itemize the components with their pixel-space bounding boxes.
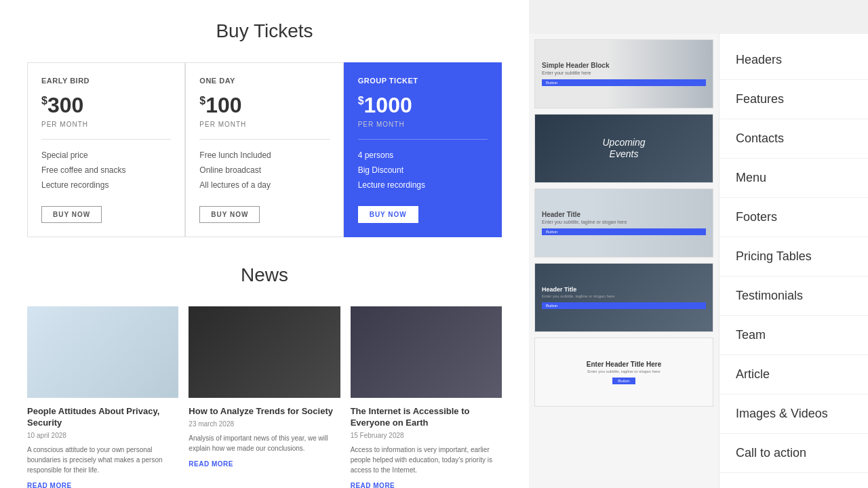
nav-item-team[interactable]: Team [719, 316, 868, 355]
thumb-dark-title: Header Title [542, 286, 706, 293]
news-date-3: 15 February 2028 [351, 432, 502, 439]
pricing-price-1: $300 [41, 93, 171, 118]
news-date-1: 10 april 2028 [27, 432, 178, 439]
pricing-price-3: $1000 [358, 93, 488, 118]
nav-panel: Headers Features Contacts Menu Footers P… [719, 34, 868, 488]
news-excerpt-2: Analysis of important news of this year,… [189, 433, 340, 453]
thumbnail-preview-3: Header Title Enter you subtitle, tagline… [535, 189, 713, 257]
pricing-card-early-bird: EARLY BIRD $300 PER MONTH Special price … [27, 62, 185, 237]
nav-item-menu[interactable]: Menu [719, 159, 868, 198]
thumb-title-1: Simple Header Block [542, 62, 706, 69]
nav-item-features[interactable]: Features [719, 80, 868, 119]
nav-item-article[interactable]: Article [719, 355, 868, 394]
news-date-2: 23 march 2028 [189, 420, 340, 428]
pricing-label-1: EARLY BIRD [41, 77, 171, 85]
thumbnail-header-title[interactable]: Header Title Enter you subtitle, tagline… [534, 188, 713, 258]
thumb-dark-btn: Button [542, 302, 706, 309]
pricing-period-2: PER MONTH [199, 121, 329, 128]
news-image-1 [27, 306, 178, 398]
pricing-features-1: Special price Free coffee and snacks Lec… [41, 148, 171, 192]
buy-btn-1[interactable]: BUY NOW [41, 206, 102, 223]
pricing-card-group: GROUP TICKET $1000 PER MONTH 4 persons B… [344, 62, 502, 237]
thumb-simple-header-bg: Simple Header Block Enter your subtitle … [535, 40, 713, 108]
thumb-title-3: Header Title [542, 211, 706, 218]
pricing-label-3: GROUP TICKET [358, 77, 488, 85]
news-excerpt-3: Access to information is very important,… [351, 445, 502, 475]
news-title-3: The Internet is Accessible to Everyone o… [351, 406, 502, 429]
thumbnail-light-header[interactable]: Enter Header Title Here Enter you subtit… [534, 338, 713, 407]
thumbnail-dark-header[interactable]: Header Title Enter you subtitle, tagline… [534, 263, 713, 332]
news-section: News People Attitudes About Privacy, Sec… [27, 264, 502, 398]
thumbnail-preview-4: Header Title Enter you subtitle, tagline… [535, 264, 713, 331]
pricing-period-1: PER MONTH [41, 121, 171, 128]
news-grid: People Attitudes About Privacy, Security… [27, 306, 502, 398]
news-card-2: How to Analyze Trends for Society 23 mar… [189, 306, 340, 398]
thumb-light-header-bg: Enter Header Title Here Enter you subtit… [535, 338, 713, 406]
thumb-btn-1: Button [542, 79, 706, 86]
pricing-period-3: PER MONTH [358, 121, 488, 128]
thumb-light-sub: Enter you subtitle, tagline or slogan he… [587, 369, 660, 373]
nav-item-contacts[interactable]: Contacts [719, 119, 868, 159]
nav-item-footers[interactable]: Footers [719, 198, 868, 237]
buy-btn-2[interactable]: BUY NOW [199, 206, 260, 223]
thumbnails-panel[interactable]: Simple Header Block Enter your subtitle … [529, 34, 719, 488]
thumbnail-preview-1: Simple Header Block Enter your subtitle … [535, 40, 713, 108]
thumb-dark-sub: Enter you subtitle, tagline or slogan he… [542, 294, 706, 298]
pricing-price-2: $100 [199, 93, 329, 118]
buy-btn-3[interactable]: BUY NOW [358, 206, 418, 223]
thumbnail-preview-5: Enter Header Title Here Enter you subtit… [535, 338, 713, 406]
read-more-2[interactable]: READ MORE [189, 460, 340, 468]
nav-item-headers[interactable]: Headers [719, 41, 868, 80]
news-excerpt-1: A conscious attitude to your own persona… [27, 445, 178, 475]
thumb-light-btn: Button [612, 378, 635, 384]
pricing-container: EARLY BIRD $300 PER MONTH Special price … [27, 62, 502, 237]
read-more-1[interactable]: READ MORE [27, 482, 178, 488]
nav-item-images-videos[interactable]: Images & Videos [719, 394, 868, 434]
thumb-upcoming-title: UpcomingEvents [602, 137, 645, 160]
pricing-label-2: ONE DAY [199, 77, 329, 85]
thumb-subtitle-1: Enter your subtitle here [542, 70, 706, 75]
thumbnail-upcoming-events[interactable]: UpcomingEvents [534, 114, 713, 183]
news-title-2: How to Analyze Trends for Society [189, 406, 340, 418]
news-title: News [27, 264, 502, 286]
main-content: Buy Tickets EARLY BIRD $300 PER MONTH Sp… [0, 0, 529, 488]
nav-item-pricing-tables[interactable]: Pricing Tables [719, 237, 868, 277]
thumb-header-bg: Header Title Enter you subtitle, tagline… [535, 189, 713, 257]
buy-tickets-title: Buy Tickets [27, 20, 502, 42]
pricing-features-2: Free lunch Included Online broadcast All… [199, 148, 329, 192]
thumb-upcoming-bg: UpcomingEvents [535, 115, 713, 182]
news-card-3: The Internet is Accessible to Everyone o… [351, 306, 502, 398]
thumb-btn-3: Button [542, 228, 706, 235]
news-image-3 [351, 306, 502, 398]
nav-item-testimonials[interactable]: Testimonials [719, 277, 868, 316]
news-card-1: People Attitudes About Privacy, Security… [27, 306, 178, 398]
right-sidebar: ✓ Select and Drag Section to Page Simple… [529, 0, 868, 488]
read-more-3[interactable]: READ MORE [351, 482, 502, 488]
thumb-light-title: Enter Header Title Here [587, 361, 661, 368]
news-image-2 [189, 306, 340, 398]
thumb-dark-header-bg: Header Title Enter you subtitle, tagline… [535, 264, 713, 331]
pricing-card-one-day: ONE DAY $100 PER MONTH Free lunch Includ… [185, 62, 343, 237]
thumbnail-simple-header[interactable]: Simple Header Block Enter your subtitle … [534, 39, 713, 108]
thumb-subtitle-3: Enter you subtitle, tagline or slogan he… [542, 220, 706, 224]
news-title-1: People Attitudes About Privacy, Security [27, 406, 178, 429]
thumbnail-preview-2: UpcomingEvents [535, 115, 713, 182]
nav-item-call-to-action[interactable]: Call to action [719, 434, 868, 473]
pricing-features-3: 4 persons Big Discount Lecture recording… [358, 148, 488, 192]
